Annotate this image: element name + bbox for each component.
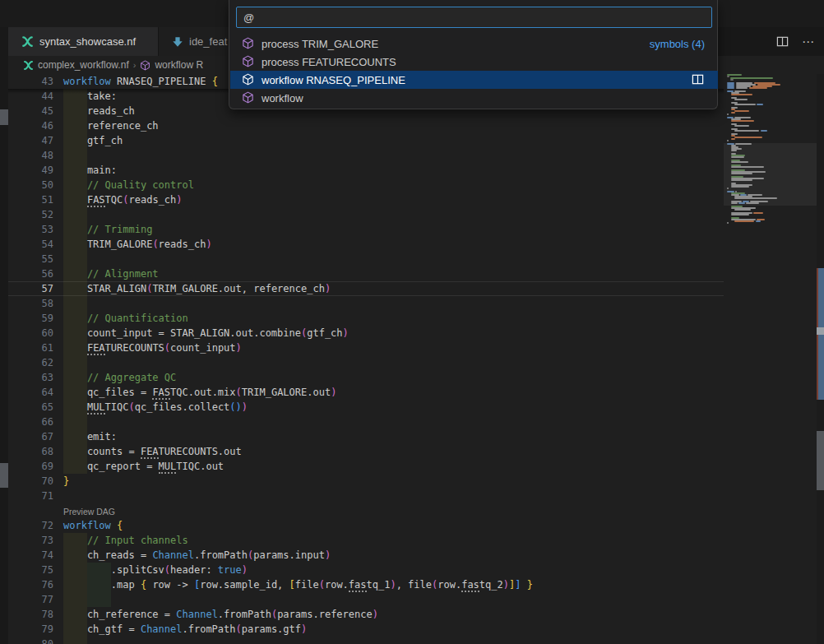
symbols-count-badge: symbols (4): [650, 38, 705, 50]
line-number: 68: [8, 444, 53, 459]
line-number: 67: [8, 429, 53, 444]
code-line[interactable]: 61 FEATURECOUNTS(count_input): [8, 341, 724, 355]
breadcrumb-file[interactable]: complex_workflow.nf: [38, 59, 129, 71]
code-line[interactable]: 65 MULTIQC(qc_files.collect()): [8, 400, 724, 415]
line-number: 77: [8, 592, 53, 607]
line-number: 78: [8, 607, 53, 622]
line-number: 62: [8, 355, 53, 370]
line-number: 64: [8, 385, 53, 400]
code-line[interactable]: 56 // Alignment: [8, 266, 724, 281]
code-line[interactable]: 58: [8, 296, 724, 311]
line-number: 55: [8, 252, 53, 266]
quick-open-item[interactable]: process TRIM_GALOREsymbols (4): [230, 35, 718, 53]
scrollbar[interactable]: [817, 74, 824, 644]
code-line[interactable]: 78 ch_reference = Channel.fromPath(param…: [8, 607, 724, 622]
code-line[interactable]: 60 count_input = STAR_ALIGN.out.combine(…: [8, 326, 724, 341]
overview-ruler-cursor-mark: [817, 327, 824, 335]
line-number: 47: [8, 133, 53, 148]
vscode-window: ·· syntax_showcase.nf ide_feat: [0, 0, 824, 644]
quick-open-item-label: process TRIM_GALORE: [262, 38, 378, 50]
sliver-scroll-block: [0, 463, 8, 488]
code-line[interactable]: 57 STAR_ALIGN(TRIM_GALORE.out, reference…: [8, 281, 724, 296]
open-to-side-icon[interactable]: [692, 73, 705, 86]
code-line[interactable]: 75 .splitCsv(header: true): [8, 563, 724, 577]
line-number: 74: [8, 548, 53, 563]
more-actions-button[interactable]: ⋯: [799, 33, 817, 51]
line-number: 79: [8, 622, 53, 637]
line-number: 70: [8, 474, 53, 489]
line-number: 52: [8, 207, 53, 222]
code-line[interactable]: 52: [8, 207, 724, 222]
symbol-cube-icon: [242, 91, 255, 104]
line-number: 73: [8, 533, 53, 548]
line-number: 43: [8, 74, 53, 89]
code-line[interactable]: 71: [8, 489, 724, 503]
line-number: 57: [8, 281, 53, 296]
line-number: 59: [8, 311, 53, 326]
code-line[interactable]: 80: [8, 637, 724, 644]
symbol-cube-icon: [242, 37, 255, 50]
minimap-viewport[interactable]: [724, 143, 817, 206]
quick-open-item[interactable]: process FEATURECOUNTS: [230, 53, 718, 71]
line-number: 53: [8, 222, 53, 237]
code-line[interactable]: 53 // Trimming: [8, 222, 724, 237]
line-number: 58: [8, 296, 53, 311]
quick-open-item[interactable]: workflow: [230, 89, 718, 107]
line-number: 75: [8, 563, 53, 577]
code-line[interactable]: 59 // Quantification: [8, 311, 724, 326]
code-line[interactable]: 63 // Aggregate QC: [8, 370, 724, 385]
line-number: 56: [8, 266, 53, 281]
code-line[interactable]: 55: [8, 252, 724, 266]
tab-label: syntax_showcase.nf: [39, 35, 136, 48]
tab-label: ide_feat: [189, 35, 227, 48]
breadcrumb-symbol[interactable]: workflow R: [155, 59, 203, 71]
symbol-cube-icon: [242, 55, 255, 68]
nextflow-icon: [23, 60, 34, 71]
code-line[interactable]: 62: [8, 355, 724, 370]
split-editor-button[interactable]: [773, 33, 791, 51]
nextflow-icon: [21, 35, 34, 48]
code-line[interactable]: 47 gtf_ch: [8, 133, 724, 148]
code-line[interactable]: 49 main:: [8, 163, 724, 178]
code-line[interactable]: 79 ch_gtf = Channel.fromPath(params.gtf): [8, 622, 724, 637]
quick-open-item-label: workflow RNASEQ_PIPELINE: [262, 74, 405, 86]
line-number: 49: [8, 163, 53, 178]
line-number: 45: [8, 104, 53, 118]
quick-open-input[interactable]: [236, 7, 712, 28]
code-line[interactable]: 50 // Quality control: [8, 178, 724, 192]
quick-open-item[interactable]: workflow RNASEQ_PIPELINE: [230, 71, 718, 89]
quick-open-list: process TRIM_GALOREsymbols (4)process FE…: [230, 35, 718, 107]
quick-open-item-label: workflow: [262, 92, 303, 104]
code-line[interactable]: 77: [8, 592, 724, 607]
code-editor[interactable]: 43workflow RNASEQ_PIPELINE {44 take:45 r…: [8, 74, 824, 644]
code-line[interactable]: 51 FASTQC(reads_ch): [8, 192, 724, 207]
code-line[interactable]: 48: [8, 148, 724, 163]
line-number: 63: [8, 370, 53, 385]
code-line[interactable]: 64 qc_files = FASTQC.out.mix(TRIM_GALORE…: [8, 385, 724, 400]
scrollbar-slider-secondary[interactable]: [817, 431, 824, 490]
code-line[interactable]: 69 qc_report = MULTIQC.out: [8, 459, 724, 474]
code-line[interactable]: 46 reference_ch: [8, 118, 724, 133]
line-number: 72: [8, 518, 53, 533]
symbol-cube-icon: [140, 60, 150, 71]
line-number: 46: [8, 118, 53, 133]
tab-syntax-showcase[interactable]: syntax_showcase.nf: [8, 27, 159, 56]
codelens-preview-dag[interactable]: Preview DAG: [8, 503, 724, 518]
code-line[interactable]: 67 emit:: [8, 429, 724, 444]
line-number: 80: [8, 637, 53, 644]
code-line[interactable]: 54 TRIM_GALORE(reads_ch): [8, 237, 724, 252]
code-line[interactable]: 73 // Input channels: [8, 533, 724, 548]
code-line[interactable]: 68 counts = FEATURECOUNTS.out: [8, 444, 724, 459]
line-number: 76: [8, 577, 53, 592]
code-line[interactable]: 70}: [8, 474, 724, 489]
quick-open-popup: process TRIM_GALOREsymbols (4)process FE…: [229, 0, 718, 109]
breadcrumb-separator: ›: [133, 60, 137, 70]
line-number: 61: [8, 341, 53, 355]
code-line[interactable]: 72workflow {: [8, 518, 724, 533]
minimap[interactable]: [724, 74, 817, 644]
left-sliver-panel: ··: [0, 27, 8, 644]
code-line[interactable]: 66: [8, 415, 724, 429]
code-line[interactable]: 76 .map { row -> [row.sample_id, [file(r…: [8, 577, 724, 592]
quick-open-item-label: process FEATURECOUNTS: [262, 56, 396, 68]
code-line[interactable]: 74 ch_reads = Channel.fromPath(params.in…: [8, 548, 724, 563]
